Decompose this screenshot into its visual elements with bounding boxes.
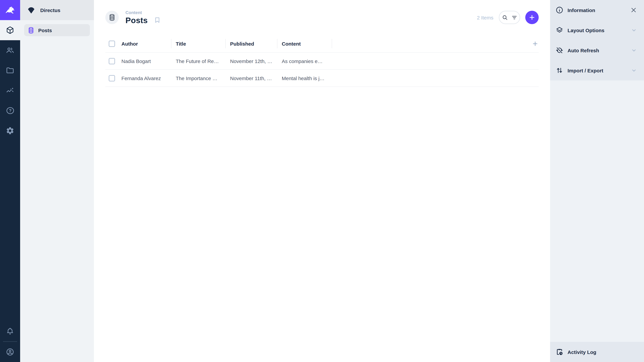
bookmark-button[interactable] [154,16,161,24]
sidebar-section-label: Import / Export [568,67,603,73]
svg-text:?: ? [9,108,12,113]
insights-icon [6,86,14,95]
nav-sidebar: Directus Posts [20,0,94,362]
project-chooser[interactable]: Directus [20,0,94,20]
rabbit-logo-icon [4,4,16,16]
column-header-content[interactable]: Content [277,35,332,52]
module-help[interactable]: ? [0,100,20,121]
module-settings[interactable] [0,121,20,141]
search-button[interactable] [502,14,508,21]
cell-published: November 11th, … [226,75,277,81]
people-icon [6,46,14,55]
nav-item-posts[interactable]: Posts [24,24,90,36]
notifications-button[interactable] [0,321,20,341]
search-icon [502,14,508,21]
column-header-author[interactable]: Author [121,35,171,52]
select-all-cell [105,40,121,47]
expand-section-button[interactable] [630,67,637,74]
layers-icon [556,26,564,34]
row-checkbox[interactable] [109,58,115,64]
column-header-title[interactable]: Title [171,35,226,52]
module-file-library[interactable] [0,60,20,80]
items-count: 2 Items [477,14,494,20]
sidebar-section-layout-options[interactable]: Layout Options [550,20,644,40]
info-icon [556,6,564,14]
sidebar-section-label: Layout Options [568,27,604,33]
expand-section-button[interactable] [630,27,637,33]
folder-icon [6,66,14,75]
sync-disabled-icon [556,46,564,54]
module-user-directory[interactable] [0,40,20,60]
bookmark-icon [154,16,161,24]
chevron-down-icon [630,67,637,74]
sidebar-spacer [550,80,644,342]
search-filter-pill [499,11,520,24]
module-insights[interactable] [0,80,20,100]
cell-title: The Importance … [171,75,226,81]
sidebar-section-information[interactable]: Information [550,0,644,20]
filter-button[interactable] [511,14,518,21]
sidebar-section-activity-log[interactable]: Activity Log [550,342,644,362]
nav-item-label: Posts [38,27,52,33]
nav-items: Posts [20,20,94,40]
table-header-row: Author Title Published Content [105,35,539,53]
database-icon [108,14,116,21]
breadcrumb[interactable]: Content [126,10,148,15]
plus-icon [532,40,539,47]
app: ? [0,0,644,362]
project-fan-icon [27,6,36,14]
help-icon: ? [6,106,14,115]
cell-author: Nadia Bogart [121,58,171,64]
select-all-checkbox[interactable] [109,40,115,47]
cell-content: As companies e… [277,58,332,64]
expand-section-button[interactable] [630,47,637,54]
account-circle-icon [6,348,14,356]
items-table: Author Title Published Content Nadia Bog… [94,35,550,87]
filter-icon [511,14,518,21]
cell-content: Mental health is j… [277,75,332,81]
column-header-published[interactable]: Published [226,35,277,52]
account-button[interactable] [0,342,20,362]
cell-author: Fernanda Alvarez [121,75,171,81]
close-sidebar-button[interactable] [630,6,637,14]
row-checkbox[interactable] [109,75,115,81]
right-sidebar: Information Layout Options [550,0,644,362]
bell-icon [6,327,14,336]
cell-title: The Future of Re… [171,58,226,64]
title-stack: Content Posts [126,10,148,25]
close-icon [630,6,637,14]
activity-log-icon [556,348,564,356]
sidebar-section-label: Auto Refresh [568,47,599,53]
create-item-button[interactable] [525,11,539,24]
row-select-cell [105,75,121,81]
module-content[interactable] [0,20,20,40]
add-column-button[interactable] [532,40,539,47]
cell-published: November 12th, … [226,58,277,64]
table-row[interactable]: Nadia Bogart The Future of Re… November … [105,53,539,70]
directus-logo[interactable] [0,0,20,20]
project-name: Directus [40,7,60,13]
sidebar-section-import-export[interactable]: Import / Export [550,60,644,80]
module-bar: ? [0,0,20,362]
sidebar-section-auto-refresh[interactable]: Auto Refresh [550,40,644,60]
import-export-icon [556,66,564,74]
sidebar-section-label: Information [568,7,595,13]
plus-icon [528,14,536,21]
page-header: Content Posts 2 Items [94,0,550,35]
gear-icon [6,126,14,135]
database-icon [28,27,34,34]
page-title: Posts [126,16,148,25]
collection-icon-circle [105,11,119,24]
table-row[interactable]: Fernanda Alvarez The Importance … Novemb… [105,70,539,87]
row-select-cell [105,58,121,64]
chevron-down-icon [630,47,637,54]
box-icon [6,26,14,34]
module-bar-spacer [0,141,20,321]
sidebar-section-label: Activity Log [568,349,596,355]
chevron-down-icon [630,27,637,33]
main-content: Content Posts 2 Items [94,0,550,362]
